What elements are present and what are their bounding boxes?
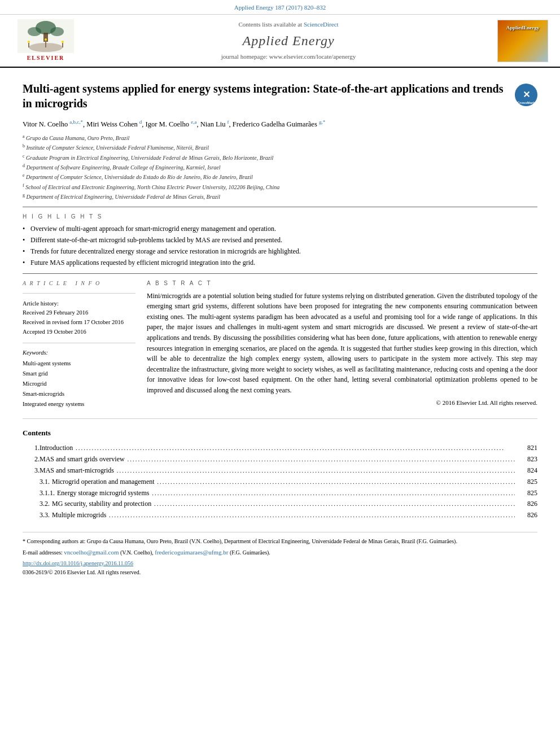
accepted-date: Accepted 19 October 2016 <box>23 327 135 337</box>
copyright-text: © 2016 Elsevier Ltd. All rights reserved… <box>147 399 537 407</box>
applied-energy-logo-section: AppliedEnergy <box>495 20 551 62</box>
revised-date: Received in revised form 17 October 2016 <box>23 318 135 327</box>
toc-page: 823 <box>515 454 537 465</box>
toc-page: 821 <box>515 443 537 454</box>
highlights-list: Overview of multi-agent approach for sma… <box>23 224 537 267</box>
toc-label-cell: 3.2. MG security, stability and protecti… <box>40 499 515 510</box>
doi-link[interactable]: http://dx.doi.org/10.1016/j.apenergy.201… <box>23 560 537 567</box>
keyword-item: Smart-microgrids <box>23 389 135 399</box>
toc-label-cell: Introduction ...........................… <box>40 443 515 454</box>
paper-title: Multi-agent systems applied for energy s… <box>23 81 509 111</box>
divider-after-highlights <box>23 273 537 274</box>
crossmark-badge: ✕ CrossMark <box>515 84 537 106</box>
toc-label-cell: 3.3. Multiple microgrids ...............… <box>40 510 515 521</box>
toc-number <box>23 499 40 510</box>
toc-row: 3.1.1. Energy storage microgrid systems … <box>23 487 537 499</box>
contents-section: Contents 1. Introduction ...............… <box>23 428 537 521</box>
corresponding-note: * Corresponding authors at: Grupo da Cau… <box>23 537 537 545</box>
toc-label-cell: MAS and smart grids overview ...........… <box>40 454 515 465</box>
journal-reference: Applied Energy 187 (2017) 820–832 <box>0 0 560 15</box>
journal-ref-text: Applied Energy 187 (2017) 820–832 <box>234 4 326 11</box>
journal-header: ELSEVIER Contents lists available at Sci… <box>0 15 560 68</box>
toc-page: 826 <box>515 499 537 510</box>
affiliations: a Grupo da Causa Humana, Ouro Preto, Bra… <box>23 133 537 201</box>
elsevier-logo: ELSEVIER <box>9 19 82 62</box>
svg-text:✕: ✕ <box>523 90 530 99</box>
science-direct-link[interactable]: ScienceDirect <box>304 21 339 28</box>
toc-row: 2. MAS and smart grids overview ........… <box>23 454 537 465</box>
toc-page: 826 <box>515 510 537 521</box>
journal-center-header: Contents lists available at ScienceDirec… <box>82 20 495 61</box>
keywords-divider <box>23 343 135 343</box>
svg-point-4 <box>50 27 64 36</box>
article-info-label: A R T I C L E I N F O <box>23 279 135 287</box>
article-info-abstract: A R T I C L E I N F O Article history: R… <box>23 279 537 409</box>
toc-page: 824 <box>515 465 537 476</box>
email-note: E-mail addresses: vncoelho@gmail.com (V.… <box>23 548 537 557</box>
crossmark-icon: ✕ CrossMark <box>515 84 537 106</box>
abstract-section: A B S T R A C T Mini/microgrids are a po… <box>147 279 537 409</box>
history-label: Article history: <box>23 299 135 309</box>
footer-section: * Corresponding authors at: Grupo da Cau… <box>23 532 537 576</box>
toc-page: 825 <box>515 487 537 499</box>
keyword-item: Smart grid <box>23 369 135 379</box>
keywords-list: Multi-agent systems Smart grid Microgrid… <box>23 359 135 409</box>
toc-number <box>23 487 40 499</box>
received-date: Received 29 February 2016 <box>23 308 135 318</box>
svg-point-9 <box>45 38 47 41</box>
toc-row: 3. MAS and smart-microgrids ............… <box>23 465 537 476</box>
article-info-divider <box>23 293 135 294</box>
toc-row: 3.2. MG security, stability and protecti… <box>23 499 537 510</box>
article-info-section: A R T I C L E I N F O Article history: R… <box>23 279 135 409</box>
toc-number: 2. <box>23 454 40 465</box>
toc-label-cell: MAS and smart-microgrids ...............… <box>40 465 515 476</box>
toc-row: 3.1. Microgrid operation and management … <box>23 476 537 487</box>
toc-row: 1. Introduction ........................… <box>23 443 537 454</box>
journal-homepage: journal homepage: www.elsevier.com/locat… <box>82 53 495 61</box>
svg-point-7 <box>28 41 30 43</box>
keywords-label: Keywords: <box>23 349 135 357</box>
svg-text:CrossMark: CrossMark <box>517 101 535 104</box>
article-history: Article history: Received 29 February 20… <box>23 299 135 337</box>
abstract-label: A B S T R A C T <box>147 279 537 287</box>
email1-link[interactable]: vncoelho@gmail.com <box>64 549 119 556</box>
svg-point-3 <box>28 27 41 36</box>
toc-label-cell: 3.1. Microgrid operation and management … <box>40 476 515 487</box>
keyword-item: Integrated energy systems <box>23 399 135 409</box>
elsevier-logo-section: ELSEVIER <box>9 19 82 62</box>
divider-after-affiliations <box>23 207 537 207</box>
issn-text: 0306-2619/© 2016 Elsevier Ltd. All right… <box>23 569 537 576</box>
toc-row: 3.3. Multiple microgrids ...............… <box>23 510 537 521</box>
abstract-text: Mini/microgrids are a potential solution… <box>147 291 537 396</box>
highlights-label: H I G H L I G H T S <box>23 213 537 221</box>
highlights-section: H I G H L I G H T S Overview of multi-ag… <box>23 213 537 267</box>
email2-link[interactable]: fredericoguimaraes@ufmg.br <box>155 549 228 556</box>
highlight-item: Future MAS applications requested by eff… <box>23 258 537 268</box>
keyword-item: Microgrid <box>23 379 135 389</box>
toc-number: 3. <box>23 465 40 476</box>
highlight-item: Overview of multi-agent approach for sma… <box>23 224 537 234</box>
contents-available-text: Contents lists available at ScienceDirec… <box>82 20 495 29</box>
table-of-contents: 1. Introduction ........................… <box>23 443 537 521</box>
keyword-item: Multi-agent systems <box>23 359 135 369</box>
toc-number <box>23 476 40 487</box>
toc-number <box>23 510 40 521</box>
toc-label-cell: 3.1.1. Energy storage microgrid systems … <box>40 487 515 499</box>
applied-energy-logo: AppliedEnergy <box>497 20 548 62</box>
main-content: Multi-agent systems applied for energy s… <box>0 68 560 586</box>
highlight-item: Trends for future decentralized energy s… <box>23 247 537 256</box>
elsevier-tree-image <box>18 19 74 53</box>
divider-before-contents <box>23 418 537 419</box>
authors-line: Vitor N. Coelho a,b,c,*, Miri Weiss Cohe… <box>23 119 537 130</box>
toc-number: 1. <box>23 443 40 454</box>
journal-title: Applied Energy <box>82 32 495 51</box>
highlight-item: Different state-of-the-art microgrid sub… <box>23 235 537 245</box>
svg-point-11 <box>62 41 64 43</box>
toc-page: 825 <box>515 476 537 487</box>
elsevier-name: ELSEVIER <box>27 54 65 62</box>
contents-title: Contents <box>23 428 537 438</box>
